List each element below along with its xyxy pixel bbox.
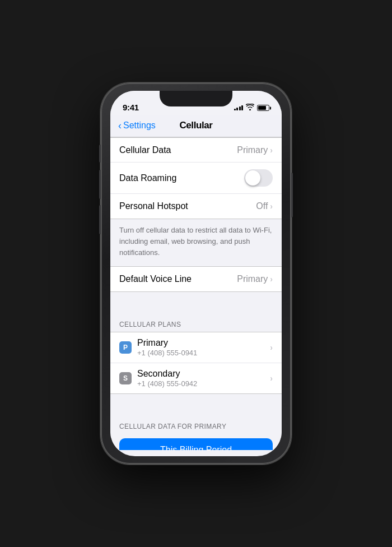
personal-hotspot-chevron-icon: › [270,202,273,211]
notch [160,91,232,106]
battery-icon [257,105,269,111]
primary-plan-name: Primary [137,338,197,348]
signal-bar-1 [234,109,236,110]
info-text: Turn off cellular data to restrict all d… [119,226,272,257]
back-button[interactable]: ‹ Settings [118,120,156,131]
back-label: Settings [123,120,156,131]
secondary-plan-badge: S [119,372,132,384]
mute-button [99,145,101,163]
signal-bar-3 [239,106,241,110]
status-icons [234,104,270,112]
secondary-badge-letter: S [123,374,128,382]
phone-screen: 9:41 [110,91,282,456]
personal-hotspot-label: Personal Hotspot [119,201,188,211]
default-voice-value: Primary [237,274,268,284]
personal-hotspot-row[interactable]: Personal Hotspot Off › [110,194,282,219]
default-voice-row[interactable]: Default Voice Line Primary › [110,267,282,291]
phone-frame: 9:41 [101,83,291,464]
cellular-plans-list: P Primary +1 (408) 555-0941 › [110,332,282,394]
content-area: Cellular Data Primary › Data Roaming [110,137,282,450]
secondary-plan-left: S Secondary +1 (408) 555-0942 [119,369,197,388]
spacer-2 [110,394,282,414]
signal-bar-2 [236,108,238,110]
spacer-1 [110,292,282,312]
primary-plan-chevron-icon: › [270,343,273,352]
cellular-data-value-group: Primary › [237,145,273,155]
toggle-thumb [245,170,260,186]
data-roaming-label: Data Roaming [119,173,176,183]
volume-down-button [99,205,101,234]
volume-up-button [99,170,101,199]
primary-plan-number: +1 (408) 555-0941 [137,349,197,357]
battery-fill [258,106,266,110]
default-voice-chevron-icon: › [270,275,273,284]
page-title: Cellular [179,120,212,131]
cellular-plans-section-label: CELLULAR PLANS [110,312,282,332]
signal-icon [234,105,244,110]
primary-plan-badge: P [119,341,132,354]
secondary-plan-number: +1 (408) 555-0942 [137,379,197,388]
primary-plan-info: Primary +1 (408) 555-0941 [137,338,197,357]
default-voice-label: Default Voice Line [119,274,192,284]
power-button [291,173,293,217]
cellular-plans-section: CELLULAR PLANS P Primary +1 (408) 555-09… [110,312,282,394]
default-voice-value-group: Primary › [237,274,273,284]
info-block: Turn off cellular data to restrict all d… [110,219,282,266]
billing-period-label: This Billing Period [160,445,232,450]
cellular-data-label: Cellular Data [119,145,171,155]
personal-hotspot-value: Off [256,201,268,211]
primary-badge-letter: P [123,344,128,351]
cellular-data-row[interactable]: Cellular Data Primary › [110,138,282,163]
nav-bar: ‹ Settings Cellular [110,115,282,137]
main-settings-group: Cellular Data Primary › Data Roaming [110,137,282,266]
back-chevron-icon: ‹ [118,120,122,131]
data-roaming-toggle[interactable] [244,169,273,187]
secondary-plan-chevron-icon: › [270,374,273,383]
main-list-group: Cellular Data Primary › Data Roaming [110,137,282,219]
billing-period-button[interactable]: This Billing Period [119,438,273,450]
primary-plan-row[interactable]: P Primary +1 (408) 555-0941 › [110,332,282,363]
cellular-data-value: Primary [237,145,268,155]
personal-hotspot-value-group: Off › [256,201,273,211]
secondary-plan-name: Secondary [137,369,197,379]
status-time: 9:41 [123,103,139,112]
secondary-plan-info: Secondary +1 (408) 555-0942 [137,369,197,388]
default-voice-group: Default Voice Line Primary › [110,266,282,292]
data-roaming-row[interactable]: Data Roaming [110,163,282,194]
primary-plan-left: P Primary +1 (408) 555-0941 [119,338,197,357]
cellular-data-chevron-icon: › [270,146,273,155]
secondary-plan-row[interactable]: S Secondary +1 (408) 555-0942 › [110,363,282,393]
cellular-data-primary-label: CELLULAR DATA FOR PRIMARY [110,414,282,434]
wifi-icon [246,104,254,112]
signal-bar-4 [241,105,243,110]
cellular-data-primary-section: CELLULAR DATA FOR PRIMARY This Billing P… [110,414,282,450]
